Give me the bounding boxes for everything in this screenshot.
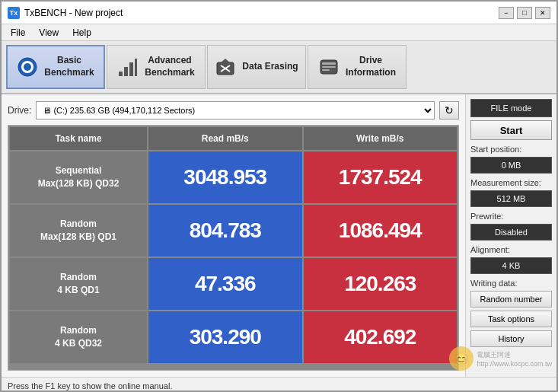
row-1-label: Random Max(128 KB) QD1 [10,205,147,257]
svg-rect-3 [119,72,123,76]
row-0-label: Sequential Max(128 KB) QD32 [10,151,147,203]
toolbar-btn-basic-text: Basic Benchmark [44,55,94,78]
watermark: 😊 電腦王阿達 http://www.kocpc.com.tw [449,346,552,371]
title-bar-left: Tx TxBENCH - New project [8,7,123,19]
menu-file[interactable]: File [5,26,31,40]
drive-label: Drive: [8,105,31,116]
row-1-read: 804.783 [148,205,302,257]
prewrite-value[interactable]: Disabled [470,224,552,241]
alignment-value[interactable]: 4 KB [470,257,552,274]
toolbar-btn-erasing[interactable]: Data Erasing [207,45,306,89]
svg-marker-8 [220,59,231,63]
menu-bar: File View Help [2,24,556,41]
measurement-size-value[interactable]: 512 MB [470,190,552,207]
data-erasing-icon [215,56,236,78]
basic-benchmark-icon [17,56,38,78]
writing-data-value[interactable]: Random number [470,291,552,308]
toolbar-btn-advanced[interactable]: Advanced Benchmark [107,45,206,89]
prewrite-label: Prewrite: [470,212,552,221]
toolbar-btn-advanced-text: Advanced Benchmark [145,55,194,78]
measurement-size-label: Measurement size: [470,178,552,187]
benchmark-table: Task name Read mB/s Write mB/s Sequentia… [8,125,459,371]
svg-point-2 [24,63,31,71]
drive-row: Drive: 🖥 (C:) 235.63 GB (494,170,112 Sec… [8,100,459,120]
toolbar: Basic Benchmark Advanced Benchmark Data … [2,41,556,94]
drive-information-icon [318,56,340,78]
watermark-icon: 😊 [449,346,474,371]
svg-rect-6 [135,59,137,76]
table-row: Random 4 KB QD32 303.290 402.692 [10,311,457,363]
col-header-read: Read mB/s [148,127,302,150]
svg-rect-4 [124,67,128,76]
svg-rect-13 [322,66,336,68]
window-title: TxBENCH - New project [24,8,123,18]
menu-help[interactable]: Help [66,26,97,40]
drive-refresh-button[interactable]: ↻ [439,101,459,120]
start-position-value[interactable]: 0 MB [470,157,552,174]
right-panel: FILE mode Start Start position: 0 MB Mea… [465,94,556,377]
row-2-label: Random 4 KB QD1 [10,258,147,310]
drive-select[interactable]: 🖥 (C:) 235.63 GB (494,170,112 Sectors) [36,101,435,120]
menu-view[interactable]: View [33,26,65,40]
status-text: Press the F1 key to show the online manu… [8,381,172,390]
title-bar-controls: − □ ✕ [499,7,550,19]
table-row: Random Max(128 KB) QD1 804.783 1086.494 [10,205,457,257]
app-icon: Tx [8,7,20,19]
col-header-write: Write mB/s [304,127,458,150]
row-3-write: 402.692 [304,311,458,363]
row-0-write: 1737.524 [304,151,458,203]
row-0-read: 3048.953 [148,151,302,203]
alignment-label: Alignment: [470,245,552,254]
table-header: Task name Read mB/s Write mB/s [10,127,457,150]
status-bar: Press the F1 key to show the online manu… [2,377,556,392]
writing-data-label: Writing data: [470,279,552,288]
table-row: Sequential Max(128 KB) QD32 3048.953 173… [10,151,457,203]
content-area: Drive: 🖥 (C:) 235.63 GB (494,170,112 Sec… [2,94,556,377]
close-button[interactable]: ✕ [535,7,550,19]
row-2-read: 47.336 [148,258,302,310]
col-header-task: Task name [10,127,147,150]
toolbar-btn-drive-info-text: Drive Information [346,55,396,78]
table-row: Random 4 KB QD1 47.336 120.263 [10,258,457,310]
toolbar-btn-basic[interactable]: Basic Benchmark [6,45,105,89]
history-button[interactable]: History [470,330,552,347]
row-3-label: Random 4 KB QD32 [10,311,147,363]
task-options-button[interactable]: Task options [470,311,552,327]
svg-rect-14 [322,69,330,71]
svg-rect-5 [129,62,133,76]
row-1-write: 1086.494 [304,205,458,257]
start-position-label: Start position: [470,145,552,154]
minimize-button[interactable]: − [499,7,514,19]
advanced-benchmark-icon [117,56,139,78]
watermark-text: 電腦王阿達 http://www.kocpc.com.tw [477,350,552,368]
row-2-write: 120.263 [304,258,458,310]
row-3-read: 303.290 [148,311,302,363]
file-mode-button[interactable]: FILE mode [470,99,552,117]
start-button[interactable]: Start [470,120,552,140]
toolbar-btn-drive-info[interactable]: Drive Information [308,45,407,89]
maximize-button[interactable]: □ [517,7,532,19]
main-panel: Drive: 🖥 (C:) 235.63 GB (494,170,112 Sec… [2,94,465,377]
toolbar-btn-erasing-text: Data Erasing [242,61,298,73]
title-bar: Tx TxBENCH - New project − □ ✕ [2,2,556,24]
svg-rect-12 [322,62,336,65]
